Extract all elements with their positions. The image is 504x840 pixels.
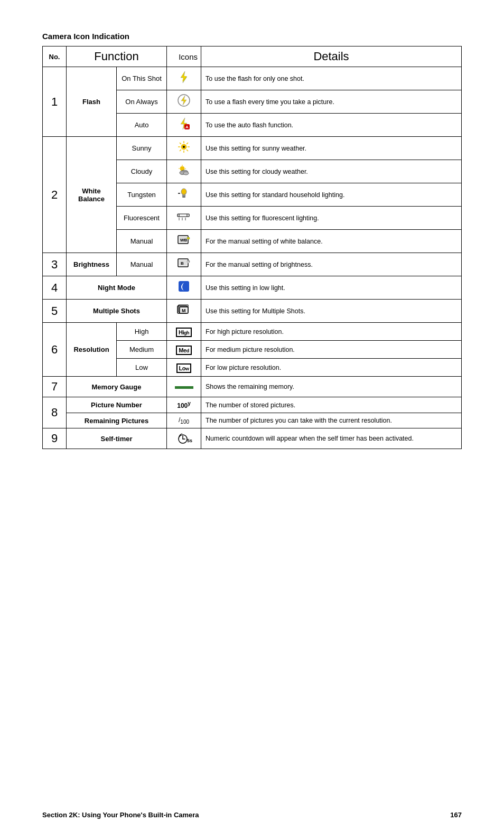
func-tungsten: Tungsten: [117, 183, 167, 207]
page-content: Camera Icon Indication No. Function Icon…: [0, 0, 504, 491]
svg-point-25: [181, 189, 186, 195]
func-picture-number: Picture Number: [67, 397, 167, 413]
func-flash: Flash: [67, 67, 117, 137]
detail-flash-auto: To use the auto flash function.: [201, 114, 462, 137]
icon-wb-sunny: [167, 137, 201, 160]
header-no: No.: [43, 46, 67, 67]
func-memory-gauge: Memory Gauge: [67, 377, 167, 397]
func-medium: Medium: [117, 341, 167, 359]
table-row: 8 Picture Number 100y The number of stor…: [43, 397, 462, 413]
row-num-1: 1: [43, 67, 67, 137]
icon-self-timer: 5s: [167, 428, 201, 449]
svg-line-14: [186, 143, 188, 144]
row-num-8: 8: [43, 397, 67, 428]
icon-remaining-pictures: /100: [167, 413, 201, 428]
svg-line-15: [180, 150, 181, 151]
func-high: High: [117, 323, 167, 341]
svg-line-12: [180, 143, 181, 144]
table-row: 6 Resolution High High For high picture …: [43, 323, 462, 341]
detail-night-mode: Use this setting in low light.: [201, 276, 462, 300]
camera-icon-table: No. Function Icons Details 1 Flash On Th…: [42, 46, 462, 449]
svg-text:WB: WB: [180, 238, 188, 242]
table-row: 5 Multiple Shots M Use this setting for …: [43, 300, 462, 323]
header-details: Details: [201, 46, 462, 67]
row-num-2: 2: [43, 137, 67, 253]
detail-res-high: For high picture resolution.: [201, 323, 462, 341]
detail-memory-gauge: Shows the remaining memory.: [201, 377, 462, 397]
svg-point-24: [183, 172, 189, 175]
row-num-7: 7: [43, 377, 67, 397]
detail-picture-number: The number of stored pictures.: [201, 397, 462, 413]
detail-res-medium: For medium picture resolution.: [201, 341, 462, 359]
icon-wb-cloudy: [167, 160, 201, 183]
func-cloudy: Cloudy: [117, 160, 167, 183]
row-num-6: 6: [43, 323, 67, 377]
detail-wb-manual: For the manual setting of white balance.: [201, 230, 462, 253]
row-num-4: 4: [43, 276, 67, 300]
func-low: Low: [117, 359, 167, 377]
svg-text:A: A: [185, 125, 189, 129]
icon-multiple-shots: M: [167, 300, 201, 323]
icon-res-low: Low: [167, 359, 201, 377]
icon-flash-on-shot: [167, 67, 201, 90]
icon-wb-manual: WB: [167, 230, 201, 253]
svg-rect-27: [182, 197, 185, 198]
func-manual-wb: Manual: [117, 230, 167, 253]
table-row: 9 Self-timer 5s Numeric countdown will a…: [43, 428, 462, 449]
svg-point-50: [182, 284, 188, 290]
detail-res-low: For low picture resolution.: [201, 359, 462, 377]
icon-flash-on-always: [167, 90, 201, 114]
func-auto: Auto: [117, 114, 167, 137]
page-footer: Section 2K: Using Your Phone's Built-in …: [0, 811, 504, 819]
header-icons: Icons: [167, 46, 201, 67]
icon-flash-auto: A: [167, 114, 201, 137]
func-remaining-pictures: Remaining Pictures: [67, 413, 167, 428]
func-sunny: Sunny: [117, 137, 167, 160]
detail-wb-sunny: Use this setting for sunny weather.: [201, 137, 462, 160]
svg-point-16: [183, 146, 185, 148]
detail-flash-on-shot: To use the flash for only one shot.: [201, 67, 462, 90]
row-num-9: 9: [43, 428, 67, 449]
detail-brightness-manual: For the manual setting of brightness.: [201, 253, 462, 276]
table-row: 2 White Balance Sunny: [43, 137, 462, 160]
svg-text:S: S: [187, 260, 189, 264]
func-brightness-manual: Manual: [117, 253, 167, 276]
table-row: Remaining Pictures /100 The number of pi…: [43, 413, 462, 428]
icon-wb-fluorescent: [167, 207, 201, 230]
footer-section-label: Section 2K: Using Your Phone's Built-in …: [42, 811, 199, 819]
detail-self-timer: Numeric countdown will appear when the s…: [201, 428, 462, 449]
table-row: 3 Brightness Manual B S For the manual s…: [43, 253, 462, 276]
icon-res-medium: Med: [167, 341, 201, 359]
row-num-5: 5: [43, 300, 67, 323]
svg-text:M: M: [182, 308, 186, 313]
svg-line-13: [186, 150, 188, 151]
detail-wb-fluorescent: Use this setting for fluorescent lightin…: [201, 207, 462, 230]
svg-text:B: B: [181, 261, 184, 266]
detail-wb-tungsten: Use this setting for standard household …: [201, 183, 462, 207]
func-brightness: Brightness: [67, 253, 117, 276]
header-function: Function: [67, 46, 167, 67]
func-resolution: Resolution: [67, 323, 117, 377]
row-num-3: 3: [43, 253, 67, 276]
icon-brightness-manual: B S: [167, 253, 201, 276]
svg-rect-26: [182, 195, 185, 197]
icon-wb-tungsten: [167, 183, 201, 207]
table-row: 1 Flash On This Shot To use the flash fo…: [43, 67, 462, 90]
detail-remaining-pictures: The number of pictures you can take with…: [201, 413, 462, 428]
table-row: 7 Memory Gauge Shows the remaining memor…: [43, 377, 462, 397]
section-title: Camera Icon Indication: [42, 32, 462, 41]
svg-rect-43: [187, 237, 190, 239]
svg-marker-3: [181, 96, 186, 105]
detail-wb-cloudy: Use this setting for cloudy weather.: [201, 160, 462, 183]
table-row: 4 Night Mode Use this setting in low lig…: [43, 276, 462, 300]
svg-text:5s: 5s: [187, 438, 192, 443]
func-fluorescent: Fluorescent: [117, 207, 167, 230]
func-on-always: On Always: [117, 90, 167, 114]
func-multiple-shots: Multiple Shots: [67, 300, 167, 323]
icon-memory-gauge: [167, 377, 201, 397]
icon-night-mode: [167, 276, 201, 300]
func-on-this-shot: On This Shot: [117, 67, 167, 90]
footer-page-number: 167: [450, 811, 462, 819]
icon-picture-number: 100y: [167, 397, 201, 413]
icon-res-high: High: [167, 323, 201, 341]
